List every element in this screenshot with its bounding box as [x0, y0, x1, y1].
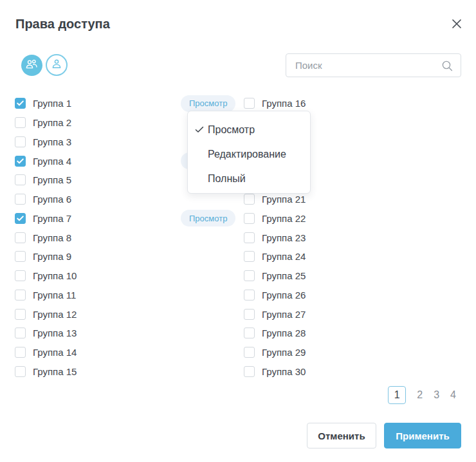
group-checkbox[interactable] [15, 194, 26, 205]
group-checkbox[interactable] [15, 347, 26, 358]
group-label: Группа 12 [33, 309, 77, 320]
group-checkbox[interactable] [244, 213, 255, 224]
group-row: Группа 22 [244, 209, 372, 228]
group-label: Группа 9 [33, 251, 71, 262]
group-checkbox[interactable] [244, 328, 255, 338]
group-checkbox[interactable] [15, 136, 26, 147]
group-label: Группа 23 [262, 232, 306, 243]
group-label: Группа 25 [262, 270, 306, 281]
dropdown-option-label: Редактирование [208, 149, 286, 160]
group-checkbox[interactable] [15, 213, 26, 224]
group-row: Группа 30 [244, 362, 372, 382]
group-row: Группа 10 [15, 266, 245, 286]
group-label: Группа 26 [262, 290, 306, 300]
group-checkbox[interactable] [15, 232, 26, 243]
group-label: Группа 10 [33, 270, 77, 281]
group-row: Группа 27 [244, 304, 372, 324]
group-checkbox[interactable] [244, 194, 255, 205]
apply-button[interactable]: Применить [384, 423, 461, 448]
group-label: Группа 28 [262, 328, 306, 338]
group-checkbox[interactable] [15, 290, 26, 300]
group-label: Группа 27 [262, 309, 306, 320]
modal-title: Права доступа [15, 17, 110, 32]
group-label: Группа 30 [262, 366, 306, 377]
groups-icon [26, 59, 38, 72]
group-label: Группа 11 [33, 290, 76, 300]
access-rights-modal: Права доступа [0, 0, 476, 462]
dropdown-option[interactable]: Просмотр [188, 118, 310, 142]
search-field [286, 53, 461, 77]
group-label: Группа 3 [33, 136, 71, 147]
group-checkbox[interactable] [244, 270, 255, 281]
group-checkbox[interactable] [244, 251, 255, 262]
group-label: Группа 5 [33, 174, 71, 185]
group-label: Группа 1 [33, 98, 71, 109]
group-label: Группа 7 [33, 213, 71, 224]
group-row: Группа 9 [15, 247, 245, 266]
group-row: Группа 29 [244, 343, 372, 362]
cancel-button[interactable]: Отменить [307, 423, 376, 448]
group-label: Группа 6 [33, 194, 71, 205]
pagination-page-1[interactable]: 1 [388, 386, 406, 404]
group-row: Группа 15 [15, 362, 245, 382]
group-label: Группа 14 [33, 347, 77, 358]
dropdown-option-label: Просмотр [208, 124, 255, 136]
group-checkbox[interactable] [244, 347, 255, 358]
group-label: Группа 4 [33, 156, 71, 167]
pagination: 1234 [388, 386, 456, 404]
group-row: Группа 11 [15, 286, 245, 305]
group-checkbox[interactable] [15, 174, 26, 185]
selected-check-icon [195, 124, 204, 136]
access-level-badge[interactable]: Просмотр [181, 210, 235, 226]
close-button[interactable] [450, 18, 464, 32]
pagination-page-3[interactable]: 3 [434, 389, 439, 401]
group-label: Группа 16 [262, 98, 306, 109]
users-tab-button[interactable] [46, 54, 68, 76]
group-row: Группа 23 [244, 228, 372, 247]
group-checkbox[interactable] [244, 290, 255, 300]
group-checkbox[interactable] [15, 328, 26, 338]
user-icon [51, 59, 62, 72]
group-row: Группа 25 [244, 266, 372, 286]
pagination-page-4[interactable]: 4 [450, 389, 456, 401]
group-label: Группа 2 [33, 117, 71, 128]
group-checkbox[interactable] [244, 98, 255, 109]
dropdown-option-label: Полный [208, 173, 246, 185]
group-label: Группа 13 [33, 328, 77, 338]
group-checkbox[interactable] [244, 232, 255, 243]
group-label: Группа 8 [33, 232, 71, 243]
group-row: Группа 26 [244, 286, 372, 305]
group-label: Группа 15 [33, 366, 77, 377]
access-level-badge[interactable]: Просмотр [181, 95, 235, 112]
group-label: Группа 22 [262, 213, 306, 224]
groups-tab-button[interactable] [21, 55, 42, 76]
group-row: Группа 24 [244, 247, 372, 266]
group-label: Группа 24 [262, 251, 306, 262]
group-checkbox[interactable] [15, 366, 26, 377]
search-input[interactable] [286, 54, 440, 77]
group-checkbox[interactable] [244, 366, 255, 377]
group-row: Группа 13 [15, 324, 245, 343]
dropdown-option[interactable]: Редактирование [188, 142, 310, 167]
group-row: Группа 7Просмотр [15, 209, 245, 228]
dropdown-option[interactable]: Полный [188, 167, 310, 191]
group-row: Группа 28 [244, 324, 372, 343]
group-checkbox[interactable] [15, 270, 26, 281]
group-checkbox[interactable] [15, 117, 26, 128]
group-label: Группа 29 [262, 347, 306, 358]
close-icon [452, 19, 462, 32]
group-row: Группа 8 [15, 228, 245, 247]
group-row: Группа 14 [15, 343, 245, 362]
group-row: Группа 12 [15, 304, 245, 324]
group-checkbox[interactable] [244, 309, 255, 320]
group-checkbox[interactable] [15, 251, 26, 262]
search-icon [441, 60, 453, 75]
pagination-page-2[interactable]: 2 [417, 389, 423, 401]
group-label: Группа 21 [262, 194, 306, 205]
group-checkbox[interactable] [15, 98, 26, 109]
access-level-dropdown: ПросмотрРедактированиеПолный [187, 111, 311, 194]
group-checkbox[interactable] [15, 309, 26, 320]
group-checkbox[interactable] [15, 156, 26, 167]
